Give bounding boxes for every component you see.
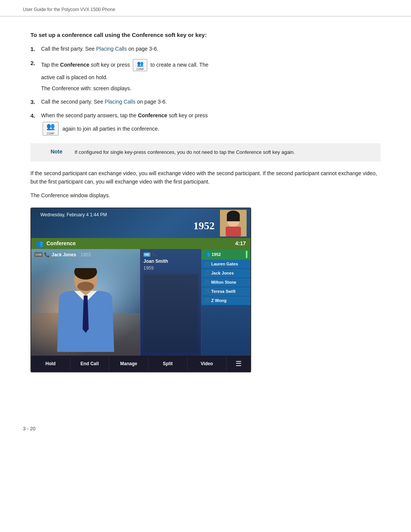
video-button[interactable]: Video [188,357,227,370]
body-para-1: If the second participant can exchange v… [30,169,381,186]
hd-badge: HD [143,252,150,257]
step-1: 1. Call the first party. See Placing Cal… [30,45,381,54]
conf-icon-step2: 👥 CONF [133,59,147,71]
step-3-text-before: Call the second party. See [41,99,105,105]
svg-rect-3 [227,215,240,221]
jack-icon-row: USB 📞 Jack Jones 1953 [34,252,91,257]
joan-info: HD 📞 [143,252,198,257]
joan-video-area [143,274,198,353]
jack-number: 1953 [81,252,91,257]
step-1-number: 1. [30,45,41,54]
step-4-text-after: again to join all parties in the confere… [62,125,159,133]
step-2-content: Tap the Conference soft key or press 👥 C… [41,59,381,93]
conf-people-icon-large: 👥 [46,121,55,132]
conf-bar-duration: 4:17 [235,240,246,246]
sidebar-contact-zwong[interactable]: 🎵 Z Wong [201,296,250,305]
svg-point-8 [77,282,94,291]
jack-jones-info: USB 📞 Jack Jones 1953 [34,252,91,257]
zwong-icon: 🎵 [204,298,210,303]
jack-name-num: Jack Jones 1953 [51,252,91,257]
step-4: 4. When the second party answers, tap th… [30,112,381,136]
joan-smith-panel: HD 📞 Joan Smith 1959 [140,249,201,356]
jack-phone-icon: 📞 [44,252,50,257]
video-background [31,249,140,356]
end-call-label: End Call [80,361,99,366]
jack-jones-video: USB 📞 Jack Jones 1953 [31,249,140,356]
joan-name: Joan Smith [143,259,198,264]
step-3-link[interactable]: Placing Calls [105,99,135,105]
step-1-link[interactable]: Placing Calls [96,46,127,52]
step-3-number: 3. [30,98,41,107]
split-label: Split [163,361,173,366]
step-4-number: 4. [30,112,41,120]
menu-icon: ☰ [236,360,242,367]
note-label: Note [30,143,68,160]
sidebar-contact-lauren[interactable]: 🎵 Lauren Gates [201,260,250,269]
step-2-number: 2. [30,59,41,68]
jack-sidebar-icon: 🎵 [204,271,210,276]
conf-bar-left: 👥 Conference [36,240,76,247]
jack-sidebar-name: Jack Jones [211,271,234,275]
menu-icon-button[interactable]: ☰ [226,356,250,372]
conf-bar-label: Conference [46,240,76,246]
svg-rect-4 [226,227,241,236]
zwong-name: Z Wong [211,298,226,303]
conf-people-icon: 👥 [137,60,143,68]
right-sidebar-contacts: 👥 1952 🎵 Lauren Gates 🎵 Jack Jones [201,249,250,356]
jack-usb-icon: USB [34,252,43,257]
joan-number: 1959 [143,265,198,271]
step-3-content: Call the second party. See Placing Calls… [41,98,381,106]
step-3-text-after: on page 3-6. [137,99,167,105]
step-2-line2: active call is placed on hold. [41,73,381,81]
sidebar-contact-teresa[interactable]: 🎵 Teresa Swift [201,287,250,296]
sidebar-contact-milton[interactable]: 🎵 Milton Stone [201,278,250,287]
active-contact-row: 👥 1952 [204,251,221,257]
video-label: Video [201,361,213,366]
active-indicator [246,251,247,258]
note-content: If configured for single key-press confe… [68,143,381,161]
split-button[interactable]: Split [148,357,188,370]
conf-bar-icon: 👥 [36,240,43,247]
page-number: 3 - 20 [23,426,35,431]
step-4-content: When the second party answers, tap the C… [41,112,381,136]
step-4-icon-block: 👥 CONF again to join all parties in the … [41,122,381,136]
step-2-line1: Tap the Conference soft key or press 👥 C… [41,59,381,71]
lauren-name: Lauren Gates [211,262,238,266]
hold-button[interactable]: Hold [31,357,70,370]
teresa-icon: 🎵 [204,289,210,294]
conference-bar: 👥 Conference 4:17 [31,238,250,249]
page-header: User Guide for the Polycom VVX 1500 Phon… [0,0,411,16]
teresa-name: Teresa Swift [211,289,236,294]
note-box: Note If configured for single key-press … [30,143,381,161]
manage-label: Manage [120,361,137,366]
step-2-text-before: Tap the Conference soft key or press [41,61,131,67]
conf-label-large: CONF [47,132,54,136]
step-2-line3: The Conference with: screen displays. [41,85,381,93]
step-3: 3. Call the second party. See Placing Ca… [30,98,381,107]
end-call-button[interactable]: End Call [70,357,110,370]
phone-top-left: Wednesday, February 4 1:44 PM 1952 [35,210,220,232]
milton-name: Milton Stone [211,280,236,284]
header-text: User Guide for the Polycom VVX 1500 Phon… [23,7,115,12]
manage-button[interactable]: Manage [109,357,148,370]
sidebar-contact-active[interactable]: 👥 1952 [201,249,250,260]
page-content: To set up a conference call using the Co… [0,16,411,395]
joan-phone-icon: 📞 [152,252,157,257]
person-svg [51,268,120,352]
phone-top-row: Wednesday, February 4 1:44 PM 1952 [31,208,250,238]
phone-extension: 1952 [35,220,220,232]
phone-datetime-bar: Wednesday, February 4 1:44 PM [35,210,220,220]
phone-screenshot: Wednesday, February 4 1:44 PM 1952 [30,208,251,372]
conf-label: CONF [136,68,144,70]
milton-icon: 🎵 [204,280,210,285]
phone-datetime: Wednesday, February 4 1:44 PM [40,212,107,217]
sidebar-contact-jack[interactable]: 🎵 Jack Jones [201,269,250,278]
active-conference-icon: 👥 [204,251,210,257]
hold-label: Hold [45,361,56,366]
step-1-text-before: Call the first party. See [41,46,96,52]
lauren-icon: 🎵 [204,262,210,267]
step-1-content: Call the first party. See Placing Calls … [41,45,381,53]
phone-avatar-top [220,210,247,236]
active-contact-number: 1952 [212,252,221,257]
steps-list: 1. Call the first party. See Placing Cal… [30,45,381,136]
